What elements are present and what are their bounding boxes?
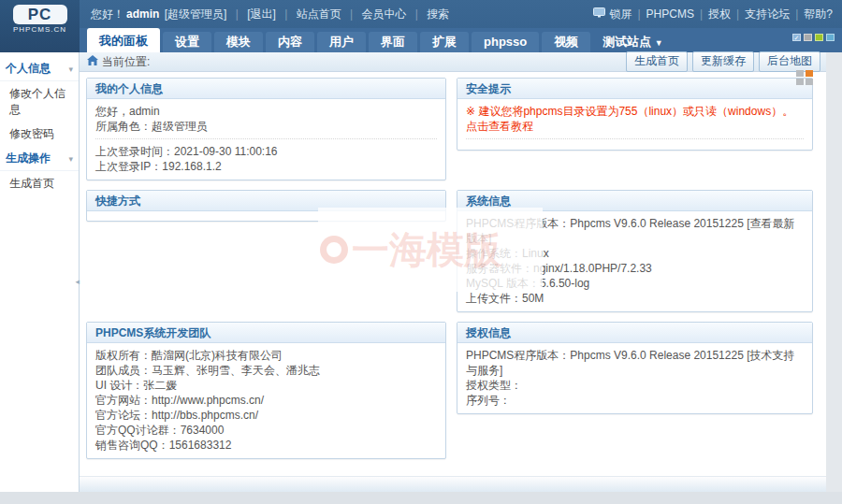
logo-subtext: PHPCMS.CN [0,25,80,34]
tab-my-panel[interactable]: 我的面板 [87,28,160,52]
right-gutter [826,52,842,492]
collapse-arrow-icon: ▾ [68,65,73,74]
monitor-icon [593,7,605,21]
panel-title: 我的个人信息 [87,79,445,99]
home-icon [87,55,98,68]
license-type: 授权类型： [466,378,804,393]
panel-shortcuts: 快捷方式 [86,190,446,222]
panel-title: 快捷方式 [87,191,445,211]
tab-modules[interactable]: 模块 [214,32,263,52]
support-forum-link[interactable]: 支持论坛 [745,7,790,22]
tab-content[interactable]: 内容 [266,32,314,52]
panel-title: 系统信息 [457,191,812,211]
phpcms-admin-dashboard: PC PHPCMS.CN 您好！admin [超级管理员] | [退出] | 站… [0,0,842,504]
topbar-right-links: 锁屏 | PHPCMS | 授权 | 支持论坛 | 帮助? [593,7,833,22]
last-login-time: 上次登录时间：2021-09-30 11:00:16 [95,144,437,159]
admin-map-button[interactable]: 后台地图 [759,51,820,72]
theme-blue-selected[interactable]: ✓ [792,34,801,41]
main-area: 当前位置: 生成首页 更新缓存 后台地图 我的个人信息 您好，admin 所属角… [80,52,826,492]
update-cache-button[interactable]: 更新缓存 [692,51,754,72]
team-official-forum[interactable]: 官方论坛：http://bbs.phpcms.cn/ [95,408,437,423]
role-label: [超级管理员] [165,7,227,21]
theme-color-switcher: ✓ [792,34,835,41]
search-link[interactable]: 搜索 [427,7,449,21]
greeting-label: 您好！ [91,7,124,21]
sysinfo-os: 操作系统：Linux [466,246,804,261]
breadcrumb-bar: 当前位置: 生成首页 更新缓存 后台地图 [80,52,826,72]
sysinfo-version[interactable]: PHPCMS程序版本：Phpcms V9.6.0 Release 2015122… [466,216,804,246]
sidebar-group-personal-info[interactable]: 个人信息 ▾ [0,56,79,81]
sidebar: 个人信息 ▾ 修改个人信息 修改密码 生成操作 ▾ 生成首页 ◂ [0,52,80,492]
topbar-user-row: 您好！admin [超级管理员] | [退出] | 站点首页 | 会员中心 | … [80,0,842,28]
theme-lightblue[interactable] [826,34,835,41]
lock-screen-link[interactable]: 锁屏 [609,7,632,22]
sysinfo-mysql: MySQL 版本：5.6.50-log [466,276,804,291]
panel-title: 安全提示 [457,79,812,99]
panel-system-info: 系统信息 PHPCMS程序版本：Phpcms V9.6.0 Release 20… [457,190,813,312]
sidebar-group-generate[interactable]: 生成操作 ▾ [0,146,79,171]
license-version[interactable]: PHPCMS程序版本：Phpcms V9.6.0 Release 2015122… [466,348,804,378]
license-serial: 序列号： [466,393,804,408]
phpcms-logo: PC PHPCMS.CN [0,0,80,52]
sidebar-item-generate-home[interactable]: 生成首页 [0,171,79,195]
breadcrumb: 当前位置: [87,54,150,70]
panel-license-info: 授权信息 PHPCMS程序版本：Phpcms V9.6.0 Release 20… [457,322,813,414]
collapse-arrow-icon: ▾ [68,154,73,164]
member-center-link[interactable]: 会员中心 [361,7,406,21]
phpcms-link[interactable]: PHPCMS [646,7,694,21]
sidebar-item-edit-profile[interactable]: 修改个人信息 [0,81,79,122]
divider [95,138,437,139]
last-login-ip: 上次登录IP：192.168.1.2 [95,159,437,174]
shortcuts-empty-body [87,211,445,221]
team-qq-group: 官方QQ讨论群：7634000 [95,423,437,438]
topbar: PC PHPCMS.CN 您好！admin [超级管理员] | [退出] | 站… [0,0,842,52]
divider [466,138,804,139]
panel-dev-team: PHPCMS系统开发团队 版权所有：酷溜网(北京)科技有限公司 团队成员：马玉辉… [86,322,446,459]
tab-users[interactable]: 用户 [317,32,366,52]
site-home-link[interactable]: 站点首页 [297,7,341,21]
breadcrumb-label: 当前位置: [102,54,150,70]
site-selector[interactable]: 测试站点 ▼ [593,32,673,52]
help-link[interactable]: 帮助? [804,7,833,22]
sysinfo-server: 服务器软件：nginx/1.18.0PHP/7.2.33 [466,261,804,276]
dashboard-content: 我的个人信息 您好，admin 所属角色：超级管理员 上次登录时间：2021-0… [80,72,826,476]
username: admin [126,7,159,21]
profile-role: 所属角色：超级管理员 [95,119,437,134]
team-copyright: 版权所有：酷溜网(北京)科技有限公司 [95,348,437,363]
theme-gray[interactable] [804,34,812,41]
team-members: 团队成员：马玉辉、张明雪、李天会、潘兆志 [95,363,437,378]
content-footer-strip [80,476,826,492]
generate-home-button[interactable]: 生成首页 [626,51,688,72]
panel-my-profile: 我的个人信息 您好，admin 所属角色：超级管理员 上次登录时间：2021-0… [86,78,446,180]
team-ui-designer: UI 设计：张二媛 [95,378,437,393]
quick-actions: 生成首页 更新缓存 后台地图 [626,51,820,72]
sidebar-item-change-password[interactable]: 修改密码 [0,122,79,146]
tab-interface[interactable]: 界面 [369,32,417,52]
license-link[interactable]: 授权 [708,7,731,22]
main-nav: 我的面板 设置 模块 内容 用户 界面 扩展 phpsso 视频 测试站点 ▼ … [80,28,842,52]
tab-phpsso[interactable]: phpsso [472,32,539,52]
panel-title: PHPCMS系统开发团队 [87,323,445,343]
logout-link[interactable]: [退出] [247,7,276,21]
security-warning[interactable]: ※ 建议您将phpcms目录设置为755（linux）或只读（windows）。… [466,104,804,134]
chevron-down-icon: ▼ [655,38,663,48]
sysinfo-upload: 上传文件：50M [466,291,804,306]
dashboard-widgets-icon[interactable] [796,70,813,85]
profile-greeting: 您好，admin [95,104,437,119]
tab-extensions[interactable]: 扩展 [420,32,469,52]
theme-green[interactable] [815,34,823,41]
logo-badge: PC [13,5,67,24]
panel-title: 授权信息 [457,323,812,343]
panel-security-tips: 安全提示 ※ 建议您将phpcms目录设置为755（linux）或只读（wind… [457,78,813,151]
user-info: 您好！admin [超级管理员] | [退出] | 站点首页 | 会员中心 | … [91,7,449,22]
tab-video[interactable]: 视频 [542,32,590,52]
team-official-site[interactable]: 官方网站：http://www.phpcms.cn/ [95,393,437,408]
tab-settings[interactable]: 设置 [163,32,211,52]
team-sales-qq: 销售咨询QQ：1561683312 [95,438,437,453]
